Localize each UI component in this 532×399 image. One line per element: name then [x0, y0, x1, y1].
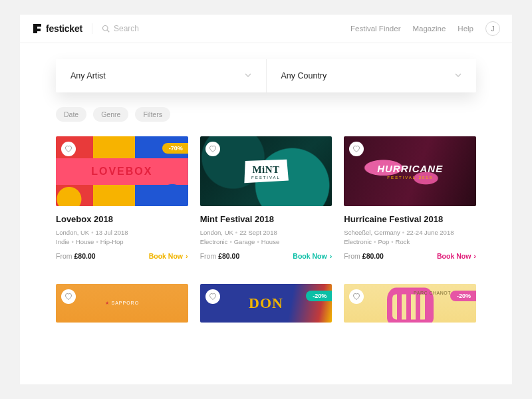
card-meta-line2: Electronic•Garage•House [200, 238, 332, 245]
artist-dropdown[interactable]: Any Artist [56, 59, 267, 92]
festival-card[interactable]: -20% PARC CHANOT [344, 284, 476, 323]
book-now-button[interactable]: Book Now› [149, 252, 188, 260]
favorite-button[interactable] [61, 142, 76, 156]
card-image: MiNT FESTIVAL [200, 136, 332, 206]
heart-icon [209, 293, 217, 301]
card-art-title: SAPPORO [105, 301, 140, 306]
heart-icon [209, 145, 217, 153]
festival-card[interactable]: SAPPORO [56, 284, 188, 323]
festival-card[interactable]: -20% DON [200, 284, 332, 323]
festival-card[interactable]: -70% LOVEBOX Lovebox 2018 London, UK•13 … [56, 136, 188, 260]
card-price: From£80.00 [200, 252, 240, 260]
card-grid-row2: SAPPORO -20% DON -20% [56, 284, 476, 323]
festival-card[interactable]: HURRICANE FESTIVAL 2018 Hurricaine Festi… [344, 136, 476, 260]
card-title: Lovebox 2018 [56, 214, 188, 224]
favorite-button[interactable] [205, 142, 220, 156]
card-body: Mint Festival 2018 London, UK•22 Sept 20… [200, 206, 332, 260]
card-body: Hurricaine Festival 2018 Scheeßel, Germa… [344, 206, 476, 260]
chevron-right-icon: › [330, 252, 332, 260]
chip-filters[interactable]: Filters [135, 107, 170, 122]
book-now-button[interactable]: Book Now› [437, 252, 476, 260]
card-image: -70% LOVEBOX [56, 136, 188, 206]
favorite-button[interactable] [349, 142, 364, 156]
card-art-title: DON [249, 295, 283, 312]
search-input[interactable] [114, 24, 194, 33]
brand-mark-icon [32, 23, 43, 34]
avatar[interactable]: J [485, 21, 500, 36]
svg-line-1 [107, 30, 109, 32]
nav-help[interactable]: Help [458, 25, 473, 33]
filter-chips: Date Genre Filters [56, 107, 476, 122]
card-art-title: HURRICANE FESTIVAL 2018 [377, 163, 443, 180]
favorite-button[interactable] [61, 289, 76, 304]
discount-badge: -70% [162, 143, 188, 154]
card-title: Hurricaine Festival 2018 [344, 214, 476, 224]
search[interactable] [102, 24, 194, 33]
card-body: Lovebox 2018 London, UK•13 Jul 2018 Indi… [56, 206, 188, 260]
chevron-down-icon [245, 71, 251, 80]
header-nav: Festival Finder Magazine Help J [350, 21, 500, 36]
card-art-title: LOVEBOX [91, 166, 152, 178]
app-frame: festicket Festival Finder Magazine Help … [20, 15, 512, 384]
card-image: -20% DON [200, 284, 332, 323]
card-meta-line2: Indie•House•Hip-Hop [56, 238, 188, 245]
country-dropdown[interactable]: Any Country [267, 59, 477, 92]
discount-badge: -20% [306, 291, 332, 301]
content: Any Artist Any Country Date Genre Filter… [20, 43, 512, 323]
chevron-down-icon [455, 71, 462, 80]
header: festicket Festival Finder Magazine Help … [20, 15, 512, 43]
festival-card[interactable]: MiNT FESTIVAL Mint Festival 2018 London,… [200, 136, 332, 260]
book-now-button[interactable]: Book Now› [293, 252, 332, 260]
card-title: Mint Festival 2018 [200, 214, 332, 224]
card-price: From£80.00 [344, 252, 384, 260]
chip-date[interactable]: Date [56, 107, 86, 122]
avatar-initial: J [491, 25, 495, 33]
card-meta-line1: London, UK•13 Jul 2018 [56, 229, 188, 236]
card-meta-line1: Scheeßel, Germany•22-24 June 2018 [344, 229, 476, 236]
brand-logo[interactable]: festicket [32, 23, 92, 34]
heart-icon [65, 293, 72, 301]
chevron-right-icon: › [473, 252, 476, 260]
heart-icon [65, 145, 72, 153]
filter-dropdowns: Any Artist Any Country [56, 59, 476, 92]
country-dropdown-label: Any Country [281, 71, 327, 80]
heart-icon [352, 145, 360, 153]
card-art-title: PARC CHANOT [414, 291, 451, 295]
svg-point-0 [103, 26, 108, 31]
artist-dropdown-label: Any Artist [70, 71, 106, 80]
card-grid: -70% LOVEBOX Lovebox 2018 London, UK•13 … [56, 136, 476, 260]
nav-festival-finder[interactable]: Festival Finder [350, 25, 400, 33]
card-image: SAPPORO [56, 284, 188, 323]
discount-badge: -20% [450, 291, 476, 301]
heart-icon [352, 293, 360, 301]
favorite-button[interactable] [205, 289, 220, 304]
card-image: HURRICANE FESTIVAL 2018 [344, 136, 476, 206]
search-icon [102, 25, 110, 33]
nav-magazine[interactable]: Magazine [412, 25, 446, 33]
favorite-button[interactable] [349, 289, 364, 304]
card-art-title: MiNT FESTIVAL [243, 159, 289, 184]
card-price: From£80.00 [56, 252, 96, 260]
chevron-right-icon: › [186, 252, 188, 260]
card-image: -20% PARC CHANOT [344, 284, 476, 323]
chip-genre[interactable]: Genre [93, 107, 128, 122]
brand-name: festicket [46, 23, 82, 34]
card-meta-line1: London, UK•22 Sept 2018 [200, 229, 332, 236]
card-meta-line2: Electronic•Pop•Rock [344, 238, 476, 245]
